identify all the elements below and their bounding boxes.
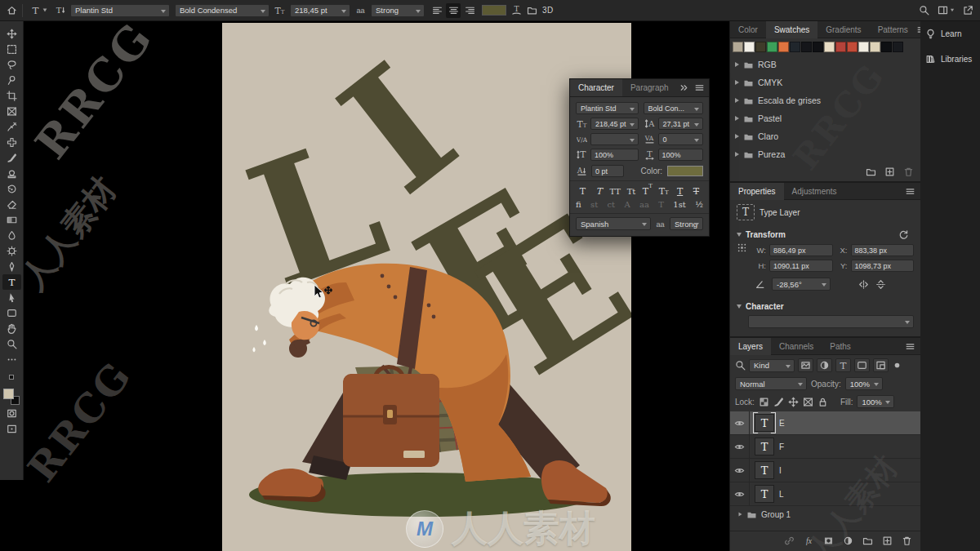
swatch-2[interactable] — [755, 42, 766, 52]
filter-type-button[interactable]: T — [835, 358, 851, 372]
tab-patterns[interactable]: Patterns — [870, 21, 916, 38]
layer-group-row[interactable]: Group 1 — [730, 506, 920, 522]
tool-history-brush[interactable] — [2, 181, 21, 197]
align-left-button[interactable] — [430, 3, 444, 18]
opentype-contextual-alternates-button[interactable]: st — [590, 200, 598, 209]
style-underline-button[interactable]: T — [673, 184, 687, 196]
foreground-color-chip[interactable] — [3, 389, 14, 399]
type-layer-thumbnail[interactable]: T — [755, 461, 774, 479]
character-section-header[interactable]: Character — [730, 297, 920, 313]
link-layers-icon[interactable] — [784, 535, 795, 546]
tab-gradients[interactable]: Gradients — [817, 21, 869, 38]
3d-button[interactable]: 3D — [542, 6, 554, 15]
tab-channels[interactable]: Channels — [771, 338, 822, 355]
opentype-ordinals-button[interactable]: 1st — [673, 200, 686, 209]
panel-menu-icon[interactable] — [694, 82, 705, 93]
swatch-1[interactable] — [744, 42, 755, 52]
opentype-standard-ligatures-button[interactable]: fi — [576, 200, 581, 209]
x-field[interactable]: 883,38 px — [851, 244, 915, 256]
swatch-5[interactable] — [790, 42, 800, 52]
opentype-swash-button[interactable]: A — [624, 200, 630, 209]
warp-text-icon[interactable]: T — [511, 5, 522, 16]
swatch-6[interactable] — [801, 42, 812, 52]
tab-swatches[interactable]: Swatches — [766, 21, 817, 38]
swatch-3[interactable] — [767, 42, 777, 52]
collapse-icon[interactable] — [679, 82, 689, 93]
tool-shape[interactable] — [2, 305, 21, 321]
cp-font-family-select[interactable]: Plantin Std — [576, 102, 639, 114]
opentype-stylistic-alternates-button[interactable]: aa — [639, 200, 649, 209]
swatch-group-claro[interactable]: Claro — [730, 127, 920, 145]
panel-menu-icon[interactable] — [905, 186, 915, 197]
swatch-11[interactable] — [858, 42, 869, 52]
lock-pixels-icon[interactable] — [773, 397, 784, 407]
height-field[interactable]: 1090,11 px — [769, 260, 833, 272]
cp-vertical-scale-field[interactable]: 100% — [590, 149, 639, 161]
lock-position-icon[interactable] — [788, 397, 799, 407]
lock-artboard-icon[interactable] — [803, 397, 813, 407]
type-layer-thumbnail[interactable]: T — [755, 414, 774, 432]
lock-transparency-icon[interactable] — [759, 397, 769, 407]
toggle-panels-icon[interactable] — [527, 5, 537, 16]
fill-select[interactable]: 100% — [857, 395, 894, 408]
width-field[interactable]: 886,49 px — [769, 244, 833, 256]
foreground-background-colors[interactable] — [2, 388, 20, 406]
learn-panel-button[interactable]: Learn — [920, 21, 980, 47]
tool-type[interactable]: T — [2, 274, 21, 290]
tool-move[interactable] — [2, 26, 21, 42]
y-field[interactable]: 1098,73 px — [851, 260, 915, 272]
tab-paragraph[interactable]: Paragraph — [622, 79, 677, 96]
swatch-group-cmyk[interactable]: CMYK — [730, 73, 920, 91]
align-center-button[interactable] — [446, 3, 461, 18]
filter-shape-button[interactable] — [854, 358, 870, 372]
flip-horizontal-icon[interactable] — [858, 279, 869, 290]
type-layer-thumbnail[interactable]: T — [755, 485, 774, 503]
layer-row-F[interactable]: TF — [730, 435, 920, 459]
cp-size-select[interactable]: 218,45 pt — [590, 118, 639, 130]
tab-character[interactable]: Character — [570, 79, 622, 96]
style-strikethrough-button[interactable]: T — [689, 184, 703, 196]
swatch-group-rgb[interactable]: RGB — [730, 56, 920, 73]
tool-crop[interactable] — [2, 88, 21, 104]
tool-frame[interactable] — [2, 104, 21, 119]
swatch-group-pastel[interactable]: Pastel — [730, 109, 920, 127]
style-small-caps-button[interactable]: Tt — [625, 184, 639, 196]
reference-point-icon[interactable] — [737, 242, 747, 253]
cp-tracking-select[interactable]: 0 — [658, 133, 703, 145]
tool-healing-brush[interactable] — [2, 135, 21, 150]
tool-ellipsis[interactable] — [2, 352, 21, 367]
anti-alias-select[interactable]: Strong — [371, 4, 425, 17]
tool-eyedropper[interactable] — [2, 119, 21, 135]
style-subscript-button[interactable]: TT — [657, 184, 670, 196]
cp-color-swatch[interactable] — [667, 166, 703, 176]
add-mask-icon[interactable] — [823, 535, 834, 546]
style-faux-italic-button[interactable]: T — [592, 184, 606, 196]
swatch-9[interactable] — [835, 42, 846, 52]
layer-style-icon[interactable]: fx — [804, 535, 814, 546]
tool-gradient[interactable] — [2, 212, 21, 228]
swatch-4[interactable] — [778, 42, 789, 52]
tool-pen[interactable] — [2, 259, 21, 274]
filter-pixel-button[interactable] — [798, 358, 813, 372]
align-right-button[interactable] — [462, 3, 477, 18]
type-layer-thumbnail[interactable]: T — [755, 438, 774, 455]
text-orientation-icon[interactable]: T — [55, 5, 65, 16]
opacity-select[interactable]: 100% — [845, 377, 883, 390]
transform-section-header[interactable]: Transform — [730, 224, 920, 242]
tab-color[interactable]: Color — [730, 21, 766, 38]
visibility-eye-icon[interactable] — [734, 489, 745, 500]
delete-swatch-icon[interactable] — [903, 167, 914, 177]
panel-menu-icon[interactable] — [905, 341, 915, 352]
filter-toggle-icon[interactable] — [892, 360, 902, 371]
tab-adjustments[interactable]: Adjustments — [784, 183, 845, 200]
layer-row-E[interactable]: TE — [730, 411, 920, 435]
opentype-fractions-button[interactable]: ½ — [695, 200, 703, 209]
swatch-10[interactable] — [847, 42, 858, 52]
tool-quick-selection[interactable] — [2, 73, 21, 88]
lock-all-icon[interactable] — [817, 397, 828, 407]
kind-filter-select[interactable]: Kind — [749, 359, 795, 372]
style-all-caps-button[interactable]: TT — [608, 184, 622, 196]
visibility-eye-icon[interactable] — [734, 442, 745, 452]
workspace-icon[interactable] — [938, 5, 948, 16]
tool-marquee[interactable] — [2, 42, 21, 57]
